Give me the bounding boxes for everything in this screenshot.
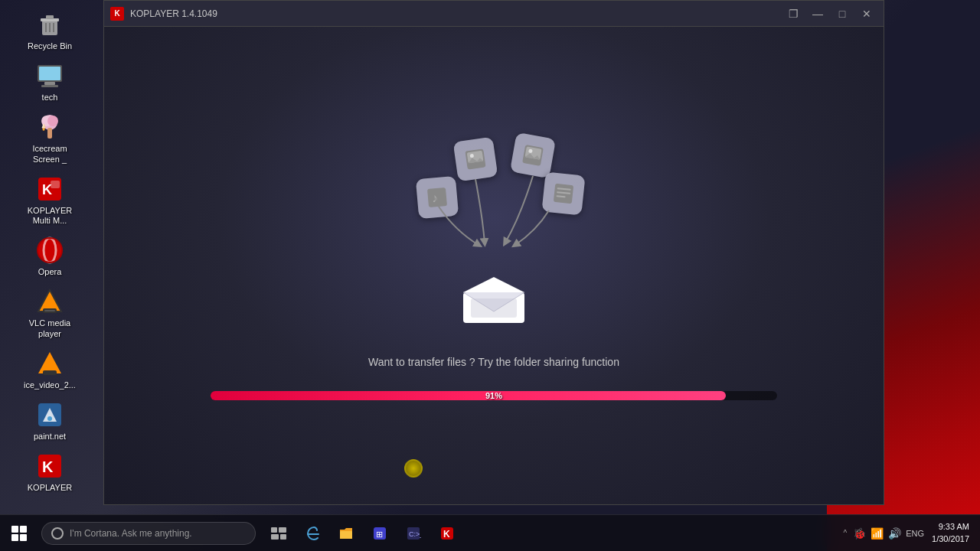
vlc2-label: ice_video_2... [24, 380, 76, 390]
paint-icon [34, 399, 65, 430]
task-view-button[interactable] [262, 515, 296, 552]
svg-point-28 [47, 416, 52, 421]
window-controls: ❐ — □ ✕ [782, 5, 877, 22]
paint-label: paint.net [34, 432, 66, 442]
svg-rect-24 [44, 310, 55, 311]
koplayer-desktop-label: KOPLAYER [28, 483, 73, 493]
vlc2-icon [34, 348, 65, 379]
close-button[interactable]: ✕ [856, 5, 877, 22]
svg-text:C:>_: C:>_ [409, 530, 421, 538]
svg-marker-21 [38, 290, 61, 311]
svg-rect-26 [43, 370, 57, 375]
desktop: Recycle Bin tech 🍦 [0, 0, 980, 551]
restore-button[interactable]: ❐ [782, 5, 804, 22]
music-icon: ♪ [416, 175, 459, 218]
svg-text:♪: ♪ [431, 191, 438, 204]
svg-rect-47 [271, 534, 279, 540]
svg-rect-11 [47, 128, 52, 139]
svg-rect-9 [41, 85, 58, 87]
progress-label: 91% [485, 391, 502, 400]
minimize-button[interactable]: — [807, 5, 828, 22]
koplayer-icon: K [34, 451, 65, 481]
icecream-label: Icecream Screen _ [20, 144, 80, 164]
svg-rect-17 [51, 181, 60, 188]
svg-text:K: K [42, 458, 54, 475]
photo-icon-2 [510, 132, 556, 178]
svg-rect-45 [271, 527, 277, 533]
tech-label: tech [42, 93, 58, 103]
svg-marker-25 [38, 352, 61, 373]
edge-icon[interactable] [296, 515, 329, 552]
desktop-icon-koplayer[interactable]: K KOPLAYER [15, 448, 84, 496]
start-button[interactable] [0, 515, 38, 552]
cmd-icon[interactable]: C:>_ [397, 515, 430, 552]
network-tray-icon[interactable]: 📶 [871, 527, 884, 540]
svg-rect-2 [46, 15, 54, 19]
svg-rect-8 [44, 82, 55, 85]
opera-icon [34, 235, 65, 266]
vlc-icon [34, 286, 65, 317]
icecream-icon: 🍦 [34, 112, 65, 142]
svg-rect-48 [280, 534, 286, 540]
photo-icon-1 [453, 136, 498, 181]
recycle-bin-icon [34, 9, 65, 40]
cortana-placeholder: I'm Cortana. Ask me anything. [70, 528, 192, 539]
desktop-icons-area: Recycle Bin tech 🍦 [0, 0, 100, 514]
system-clock[interactable]: 9:33 AM 1/30/2017 [927, 521, 974, 545]
svg-rect-7 [39, 67, 60, 80]
antivirus-tray-icon[interactable]: 🐞 [853, 527, 866, 540]
file-explorer-icon[interactable] [329, 515, 363, 552]
system-tray: ^ 🐞 📶 🔊 ENG [842, 527, 925, 540]
koplayer-window: K KOPLAYER 1.4.1049 ❐ — □ ✕ [103, 0, 884, 505]
svg-rect-49 [340, 531, 352, 539]
clock-date: 1/30/2017 [932, 533, 969, 545]
svg-text:⊞: ⊞ [376, 530, 383, 539]
keyboard-tray-icon[interactable]: ENG [906, 529, 924, 538]
desktop-icon-tech[interactable]: tech [15, 57, 84, 106]
recycle-bin-label: Recycle Bin [28, 41, 72, 51]
window-titlebar: K KOPLAYER 1.4.1049 ❐ — □ ✕ [104, 1, 884, 27]
svg-rect-46 [279, 527, 286, 533]
svg-point-13 [47, 116, 58, 126]
svg-rect-44 [471, 298, 517, 318]
doc-icon [541, 171, 585, 215]
transfer-illustration: ♪ [394, 132, 593, 327]
cortana-search-box[interactable]: I'm Cortana. Ask me anything. [41, 522, 256, 545]
tray-expand-chevron[interactable]: ^ [842, 529, 849, 537]
desktop-icon-koplayer-multi[interactable]: K KOPLAYER Multi M... [15, 171, 84, 229]
progress-track: 91% [211, 391, 777, 400]
svg-text:K: K [443, 529, 450, 540]
desktop-icon-vlc[interactable]: VLC media player [15, 283, 84, 341]
progress-container: 91% [211, 391, 777, 400]
transfer-text: Want to transfer files ? Try the folder … [368, 356, 619, 368]
inbox-icon [459, 269, 528, 327]
desktop-icon-paint[interactable]: paint.net [15, 396, 84, 445]
vlc-label: VLC media player [20, 318, 80, 338]
opera-label: Opera [38, 267, 62, 277]
desktop-icon-recycle-bin[interactable]: Recycle Bin [15, 6, 84, 54]
window-content: ♪ [104, 27, 884, 504]
taskbar-koplayer-icon[interactable]: K [430, 515, 464, 552]
taskbar-right: ^ 🐞 📶 🔊 ENG 9:33 AM 1/30/2017 [842, 521, 980, 545]
cortana-icon [51, 527, 64, 540]
taskbar-pinned-icons: ⊞ C:>_ K [262, 515, 464, 552]
svg-text:🍦: 🍦 [40, 123, 47, 131]
store-icon[interactable]: ⊞ [363, 515, 397, 552]
cursor-dot [404, 459, 423, 478]
desktop-icon-vlc2[interactable]: ice_video_2... [15, 345, 84, 393]
volume-tray-icon[interactable]: 🔊 [888, 527, 901, 540]
tech-icon [34, 60, 65, 91]
windows-logo-icon [11, 526, 27, 541]
clock-time: 9:33 AM [932, 521, 969, 533]
desktop-icon-icecream[interactable]: 🍦 Icecream Screen _ [15, 109, 84, 167]
koplayer-multi-label: KOPLAYER Multi M... [20, 206, 80, 226]
taskbar: I'm Cortana. Ask me anything. [0, 514, 980, 551]
progress-fill [211, 391, 726, 400]
window-title: KOPLAYER 1.4.1049 [130, 8, 782, 19]
maximize-button[interactable]: □ [831, 5, 853, 22]
koplayer-multi-icon: K [34, 174, 65, 204]
koplayer-title-icon: K [110, 7, 124, 21]
floating-icons-area: ♪ [394, 132, 593, 269]
desktop-icon-opera[interactable]: Opera [15, 232, 84, 280]
